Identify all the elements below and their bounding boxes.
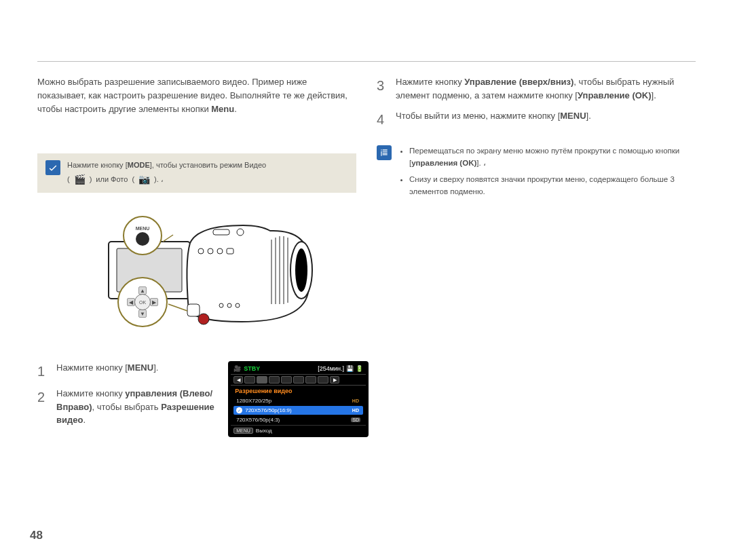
svg-point-13 <box>217 248 223 254</box>
svg-point-15 <box>219 303 223 307</box>
lcd-time-label: [254мин.] <box>318 365 344 372</box>
intro-line: Можно выбрать разрешение записываемого в… <box>37 77 250 87</box>
svg-point-10 <box>237 229 244 236</box>
preverify-box: Нажмите кнопку [MODE], чтобы установить … <box>37 153 356 193</box>
camcorder-svg <box>68 202 326 352</box>
lcd-card-icon: 💾 <box>346 365 354 372</box>
lcd-row-1: ✓720X576/50p(16:9) HD <box>233 406 363 415</box>
lcd-tab-2 <box>257 376 267 384</box>
lcd-battery-icon: 🔋 <box>356 365 363 372</box>
callout-menu-button: MENU <box>123 216 162 255</box>
right-column: 3 Нажмите кнопку Управление (вверх/вниз)… <box>377 75 696 437</box>
preverify-text: Нажмите кнопку [MODE], чтобы установить … <box>67 160 266 186</box>
svg-point-18 <box>198 314 209 324</box>
lcd-rec-icon: 🎥 <box>233 365 241 372</box>
svg-rect-19 <box>187 304 200 316</box>
navpad-graphic: ▲ ▼ ◀ ▶ OK <box>127 286 158 318</box>
nav-right-icon: ▶ <box>150 298 158 306</box>
lcd-tab-next-icon: ▶ <box>330 376 339 384</box>
left-steps: 1 Нажмите кнопку [MENU]. 2 Нажмите кнопк… <box>37 361 216 432</box>
lcd-tab-5 <box>293 376 304 384</box>
lcd-menu-btn-label: MENU <box>233 428 253 434</box>
lcd-tab-4 <box>281 376 292 384</box>
page-number: 48 <box>30 529 43 542</box>
check-icon <box>45 160 60 175</box>
intro-text: Можно выбрать разрешение записываемого в… <box>37 75 356 116</box>
svg-line-21 <box>168 304 187 311</box>
svg-point-16 <box>227 303 231 307</box>
callout-navpad: ▲ ▼ ◀ ▶ OK <box>117 277 168 327</box>
svg-rect-9 <box>213 229 229 235</box>
svg-line-20 <box>163 235 173 242</box>
lcd-row-2: 720X576/50p(4:3) SD <box>233 415 363 424</box>
note-2-text: Снизу и сверху появятся значки прокрутки… <box>409 174 696 198</box>
svg-point-17 <box>236 303 240 307</box>
lcd-check-icon: ✓ <box>236 407 242 413</box>
callout-menu-label: MENU <box>136 226 150 231</box>
left-column: Можно выбрать разрешение записываемого в… <box>37 75 356 437</box>
svg-rect-14 <box>227 248 233 254</box>
lcd-row-0: 1280X720/25p HD <box>233 396 363 405</box>
photo-mode-icon: 📷 <box>138 173 150 186</box>
step-2-number: 2 <box>37 387 50 427</box>
lcd-stby-label: STBY <box>244 365 260 372</box>
lcd-tab-prev-icon: ◀ <box>233 376 243 384</box>
lcd-option-list: 1280X720/25p HD ✓720X576/50p(16:9) HD 72… <box>231 396 366 424</box>
lcd-tabbar: ◀ ▶ <box>231 374 366 386</box>
note-body: Перемещаться по экрану меню можно путём … <box>398 145 696 202</box>
lcd-screenshot: 🎥 STBY [254мин.] 💾 🔋 ◀ <box>228 361 369 437</box>
nav-down-icon: ▼ <box>138 310 147 318</box>
nav-ok-icon: OK <box>134 294 151 310</box>
step-1-number: 1 <box>37 361 50 381</box>
svg-point-12 <box>208 248 213 254</box>
lcd-menu-title: Разрешение видео <box>231 386 366 396</box>
lcd-tab-3 <box>269 376 280 384</box>
note-ok-label: управления (OK) <box>411 159 476 167</box>
lcd-tab-1 <box>244 376 255 384</box>
lcd-tab-7 <box>318 376 328 384</box>
video-mode-icon: 🎬 <box>74 173 86 186</box>
step-3-number: 3 <box>377 75 389 102</box>
lcd-tab-6 <box>305 376 316 384</box>
step-4-number: 4 <box>377 109 389 130</box>
note-icon <box>377 145 392 160</box>
lcd-exit-label: Выход <box>256 428 272 434</box>
svg-point-3 <box>295 248 307 292</box>
camcorder-illustration: MENU ▲ ▼ ◀ ▶ OK <box>37 202 356 352</box>
section-rule <box>37 61 696 62</box>
svg-point-11 <box>198 248 204 254</box>
menu-word: Menu <box>211 104 234 114</box>
or-word: или Фото <box>96 174 128 185</box>
